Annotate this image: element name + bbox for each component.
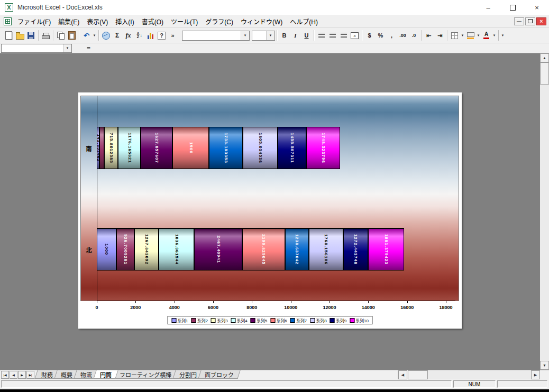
- sheet-tab-円筒[interactable]: 円筒: [93, 370, 118, 379]
- menu-item-5[interactable]: ツール(T): [167, 15, 202, 28]
- italic-button[interactable]: I: [290, 30, 301, 41]
- increase-indent-button[interactable]: ⇥: [434, 30, 445, 41]
- save-button[interactable]: [25, 30, 36, 41]
- bar-segment-系列6-南[interactable]: 1900: [172, 127, 209, 169]
- first-sheet-button[interactable]: |◀: [1, 371, 9, 379]
- bar-segment-系列9-北[interactable]: 1272.443748: [343, 228, 368, 270]
- scroll-right-button[interactable]: ▶: [531, 370, 540, 379]
- align-center-button[interactable]: [327, 30, 338, 41]
- bar-segment-系列5-南[interactable]: 1627.857607: [141, 127, 172, 169]
- decrease-decimal-button[interactable]: .0: [408, 30, 419, 41]
- mdi-restore-button[interactable]: [525, 17, 535, 25]
- bar-segment-系列10-南[interactable]: 1748.523796: [306, 127, 340, 169]
- help-button[interactable]: ?: [156, 30, 167, 41]
- bar-segment-系列8-南[interactable]: 1805.034536: [243, 127, 278, 169]
- sort-ascending-button[interactable]: AZ ↓: [134, 30, 145, 41]
- font-size-dropdown[interactable]: ▼: [266, 31, 274, 40]
- borders-button[interactable]: [449, 30, 460, 41]
- bar-segment-系列1-北[interactable]: 1000: [97, 228, 116, 270]
- last-sheet-button[interactable]: ▶|: [26, 371, 34, 379]
- bar-segment-系列2-北[interactable]: 926.7009281: [116, 228, 134, 270]
- copy-button[interactable]: [55, 30, 66, 41]
- horizontal-scrollbar[interactable]: ◀ ▶: [398, 370, 540, 379]
- menu-item-2[interactable]: 表示(V): [83, 15, 112, 28]
- bar-segment-系列3-南[interactable]: 715.8012585: [104, 127, 118, 169]
- bold-button[interactable]: B: [279, 30, 290, 41]
- borders-dropdown[interactable]: ▼: [460, 34, 465, 37]
- percent-button[interactable]: %: [375, 30, 386, 41]
- horizontal-scroll-thumb[interactable]: [408, 370, 428, 379]
- bar-segment-系列10-北[interactable]: 1881.379423: [368, 228, 405, 270]
- print-button[interactable]: [40, 30, 51, 41]
- undo-button[interactable]: ↶: [81, 30, 92, 41]
- font-name-dropdown[interactable]: ▼: [241, 31, 249, 40]
- bar-segment-系列7-北[interactable]: 1238.637042: [285, 228, 309, 270]
- legend-entry-系列3[interactable]: 系列3: [211, 318, 227, 323]
- decrease-indent-button[interactable]: ⇤: [423, 30, 434, 41]
- merge-center-button[interactable]: a: [349, 30, 360, 41]
- previous-sheet-button[interactable]: ◀: [10, 371, 17, 379]
- menu-item-3[interactable]: 挿入(I): [112, 15, 138, 28]
- legend-entry-系列5[interactable]: 系列5: [251, 318, 267, 323]
- bar-segment-系列4-南[interactable]: 1176.165821: [118, 127, 141, 169]
- sheet-tab-フローティング横棒[interactable]: フローティング横棒: [113, 370, 178, 379]
- next-sheet-button[interactable]: ▶: [18, 371, 26, 379]
- legend-entry-系列7[interactable]: 系列7: [290, 318, 307, 323]
- align-right-button[interactable]: [338, 30, 349, 41]
- align-left-button[interactable]: [316, 30, 327, 41]
- scroll-left-button[interactable]: ◀: [398, 370, 407, 379]
- legend-entry-系列1[interactable]: 系列1: [171, 318, 188, 323]
- chart-legend[interactable]: 系列1系列2系列3系列4系列5系列6系列7系列8系列9系列10: [167, 316, 373, 324]
- comma-button[interactable]: ,: [386, 30, 397, 41]
- currency-button[interactable]: $: [364, 30, 375, 41]
- name-box[interactable]: ▼: [1, 44, 72, 53]
- chart-sheet[interactable]: 0200040006000800010000120001400016000180…: [78, 92, 462, 329]
- name-box-dropdown[interactable]: ▼: [63, 44, 71, 52]
- vertical-scrollbar[interactable]: ▲ ▼: [540, 53, 549, 370]
- font-color-dropdown[interactable]: ▼: [492, 34, 497, 37]
- menu-item-6[interactable]: グラフ(C): [202, 15, 237, 28]
- underline-button[interactable]: U: [301, 30, 312, 41]
- mdi-close-button[interactable]: ×: [536, 17, 546, 25]
- open-button[interactable]: [14, 30, 25, 41]
- new-button[interactable]: [3, 30, 14, 41]
- bar-segment-系列7-南[interactable]: 1733.183353: [209, 127, 243, 169]
- close-button[interactable]: ×: [525, 0, 549, 15]
- more-buttons-dropdown[interactable]: ▼: [500, 34, 505, 37]
- insert-hyperlink-button[interactable]: [100, 30, 112, 41]
- sheet-tab-面ブロック[interactable]: 面ブロック: [198, 370, 241, 379]
- bar-segment-系列4-北[interactable]: 1836.361544: [159, 228, 194, 270]
- paste-button[interactable]: [66, 30, 77, 41]
- fill-color-dropdown[interactable]: ▼: [476, 34, 481, 37]
- bar-segment-系列9-南[interactable]: 1455.507311: [278, 127, 306, 169]
- font-color-button[interactable]: A: [481, 30, 492, 41]
- bar-segment-系列5-北[interactable]: 2467.40941: [194, 228, 242, 270]
- minimize-button[interactable]: –: [476, 0, 500, 15]
- menu-item-7[interactable]: ウィンドウ(W): [237, 15, 286, 28]
- menu-item-0[interactable]: ファイル(F): [14, 15, 54, 28]
- bar-segment-系列3-北[interactable]: 1267.843092: [134, 228, 159, 270]
- legend-entry-系列4[interactable]: 系列4: [231, 318, 247, 323]
- edit-formula-button[interactable]: =: [87, 44, 90, 52]
- bar-segment-系列6-北[interactable]: 2199.829045: [242, 228, 285, 270]
- legend-entry-系列6[interactable]: 系列6: [270, 318, 287, 323]
- chart-wizard-button[interactable]: [145, 30, 156, 41]
- vertical-scroll-thumb[interactable]: [540, 62, 549, 85]
- bar-segment-系列2-南[interactable]: [99, 127, 104, 169]
- font-size-combo[interactable]: ▼: [252, 31, 275, 41]
- mdi-minimize-button[interactable]: —: [514, 17, 524, 25]
- legend-entry-系列10[interactable]: 系列10: [350, 318, 369, 323]
- toolbar-options-button[interactable]: »: [167, 30, 178, 41]
- bar-segment-系列8-北[interactable]: 1768.156106: [309, 228, 343, 270]
- legend-entry-系列8[interactable]: 系列8: [310, 318, 326, 323]
- scroll-up-button[interactable]: ▲: [540, 53, 549, 62]
- increase-decimal-button[interactable]: .00: [397, 30, 408, 41]
- font-name-combo[interactable]: ▼: [182, 31, 250, 41]
- paste-function-button[interactable]: fx: [123, 30, 134, 41]
- fill-color-button[interactable]: [465, 30, 476, 41]
- menu-item-1[interactable]: 編集(E): [54, 15, 83, 28]
- legend-entry-系列2[interactable]: 系列2: [191, 318, 207, 323]
- autosum-button[interactable]: Σ: [112, 30, 123, 41]
- legend-entry-系列9[interactable]: 系列9: [330, 318, 346, 323]
- scroll-down-button[interactable]: ▼: [540, 361, 549, 370]
